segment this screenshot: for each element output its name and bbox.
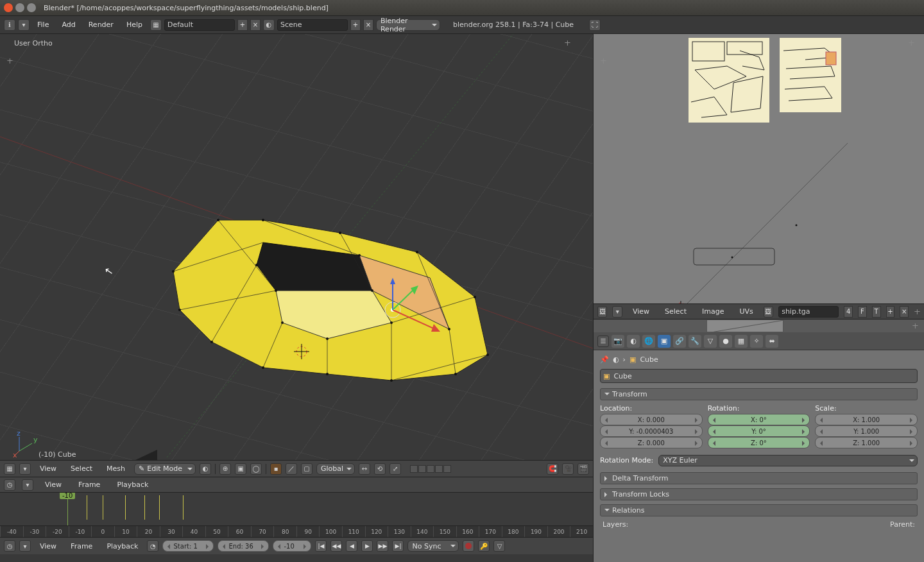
layout-field[interactable]: Default [164, 19, 235, 31]
tab-render[interactable]: 📷 [612, 335, 624, 348]
render-engine-dropdown[interactable]: Blender Render [376, 19, 440, 31]
keying-set-icon[interactable]: 🔑 [478, 540, 490, 552]
sync-dropdown[interactable]: No Sync [407, 540, 459, 552]
editor-type-icon[interactable]: ℹ [4, 19, 15, 31]
scale-z-field[interactable]: Z: 1.000 [815, 437, 918, 448]
tl2-menu-playback[interactable]: Playback [101, 542, 143, 550]
pivot-icon[interactable]: ⊕ [219, 463, 231, 475]
timeline-editor-type-icon[interactable]: ◷ [4, 479, 15, 491]
tab-modifiers[interactable]: 🔧 [689, 335, 701, 348]
clapper-icon[interactable]: 🎬 [578, 463, 589, 475]
keyframe[interactable] [183, 495, 184, 520]
keyframe[interactable] [159, 495, 160, 520]
end-frame-field[interactable]: End: 36 [218, 540, 269, 552]
scale-y-field[interactable]: Y: 1.000 [815, 425, 918, 437]
tab-texture[interactable]: ▦ [735, 335, 748, 348]
jump-end-button[interactable]: ▶| [392, 540, 404, 552]
keyframe[interactable] [125, 495, 126, 520]
keyframe[interactable] [87, 495, 87, 520]
region-toggle-left[interactable]: + [6, 56, 13, 65]
shading-icon[interactable]: ◐ [200, 463, 211, 475]
uv-region-toggle[interactable]: + [908, 38, 915, 47]
props-region-toggle[interactable]: + [912, 321, 919, 330]
manipulator-scale-icon[interactable]: ⤢ [389, 463, 401, 475]
tab-particles[interactable]: ✧ [750, 335, 763, 348]
current-frame-field[interactable]: -10 [273, 540, 311, 552]
vp-menu-select[interactable]: Select [65, 464, 98, 473]
play-button[interactable]: ▶ [361, 540, 373, 552]
layer-btn[interactable] [427, 465, 434, 473]
tl2-menu-frame[interactable]: Frame [65, 542, 98, 550]
uv-editor-type-icon[interactable]: 🖼 [597, 306, 607, 318]
screen-layout-icon[interactable]: ▦ [150, 19, 162, 31]
image-browse-icon[interactable]: 🖼 [764, 306, 773, 318]
rotation-mode-dropdown[interactable]: XYZ Euler [658, 455, 918, 466]
scene-add-button[interactable]: + [350, 19, 361, 31]
tab-constraints[interactable]: 🔗 [673, 335, 686, 348]
loc-z-field[interactable]: Z: 0.000 [600, 437, 703, 448]
keyframe[interactable] [103, 495, 103, 520]
next-keyframe-button[interactable]: ▶▶ [377, 540, 388, 552]
sel-face-icon[interactable]: ▢ [301, 463, 312, 475]
rot-z-field[interactable]: Z: 0° [708, 437, 810, 448]
uv-region-toggle-left[interactable]: + [600, 56, 607, 65]
layer-btn[interactable] [418, 465, 426, 473]
image-add-button[interactable]: + [886, 306, 895, 318]
viewport-collapse-icon[interactable]: ▾ [19, 463, 31, 475]
uv-menu-image[interactable]: Image [697, 307, 729, 316]
object-name-field[interactable]: ▣ Cube [600, 369, 918, 383]
image-name-field[interactable]: ship.tga [778, 306, 839, 318]
layer-buttons[interactable] [410, 465, 451, 473]
orientation-dropdown[interactable]: Global [316, 463, 355, 475]
tab-physics[interactable]: ⬌ [766, 335, 778, 348]
scale-x-field[interactable]: X: 1.000 [815, 414, 918, 425]
proportional-icon[interactable]: ◯ [250, 463, 262, 475]
window-minimize-button[interactable] [15, 3, 24, 12]
collapse-menu-icon[interactable]: ▾ [18, 19, 30, 31]
image-users[interactable]: 4 [844, 306, 853, 318]
menu-render[interactable]: Render [83, 21, 119, 29]
tab-world[interactable]: 🌐 [642, 335, 655, 348]
uv-menu-uvs[interactable]: UVs [734, 307, 758, 316]
uv-menu-view[interactable]: View [628, 307, 654, 316]
scene-icon[interactable]: ◐ [263, 19, 275, 31]
window-maximize-button[interactable] [27, 3, 36, 12]
timeline-ruler[interactable]: -10 -40-30-20-10010203040506070809010011… [0, 493, 593, 538]
window-close-button[interactable] [4, 3, 13, 12]
snap-icon[interactable]: 🧲 [547, 463, 558, 475]
timeline-collapse-icon[interactable]: ▾ [22, 479, 33, 491]
use-preview-range-icon[interactable]: ◔ [147, 540, 158, 552]
tab-object[interactable]: ▣ [658, 335, 671, 348]
scene-remove-button[interactable]: × [363, 19, 373, 31]
tl-editor-type-icon[interactable]: ◷ [4, 540, 15, 552]
loc-y-field[interactable]: Y: -0.0000403 [600, 425, 703, 437]
tab-data[interactable]: ▽ [704, 335, 717, 348]
tl2-menu-view[interactable]: View [35, 542, 62, 550]
props-editor-type-icon[interactable]: ☰ [597, 336, 609, 347]
breadcrumb-object[interactable]: Cube [640, 355, 658, 364]
panel-relations-header[interactable]: Relations [600, 504, 918, 516]
image-texture[interactable]: T [872, 306, 881, 318]
panel-locks-header[interactable]: Transform Locks [600, 488, 918, 500]
jump-start-button[interactable]: |◀ [315, 540, 327, 552]
tl-menu-frame[interactable]: Frame [73, 481, 105, 489]
uv-collapse-icon[interactable]: ▾ [612, 306, 622, 318]
play-reverse-button[interactable]: ◀ [346, 540, 357, 552]
scene-field[interactable]: Scene [277, 19, 348, 31]
vp-menu-mesh[interactable]: Mesh [101, 464, 130, 473]
image-unlink-button[interactable]: × [900, 306, 909, 318]
pin-icon[interactable]: 📌 [600, 355, 609, 364]
tab-material[interactable]: ● [719, 335, 732, 348]
uv-menu-select[interactable]: Select [660, 307, 692, 316]
manipulator-translate-icon[interactable]: ↔ [359, 463, 370, 475]
layer-btn[interactable] [435, 465, 443, 473]
fullscreen-icon[interactable]: ⛶ [589, 19, 601, 31]
limit-sel-icon[interactable]: ▣ [235, 463, 246, 475]
sel-edge-icon[interactable]: ／ [286, 463, 297, 475]
auto-keyframe-button[interactable] [463, 540, 474, 552]
uv-grid[interactable] [681, 143, 848, 310]
layer-btn[interactable] [443, 465, 451, 473]
viewport-editor-type-icon[interactable]: ▦ [4, 463, 15, 475]
image-fake-user[interactable]: F [858, 306, 867, 318]
loc-x-field[interactable]: X: 0.000 [600, 414, 703, 425]
